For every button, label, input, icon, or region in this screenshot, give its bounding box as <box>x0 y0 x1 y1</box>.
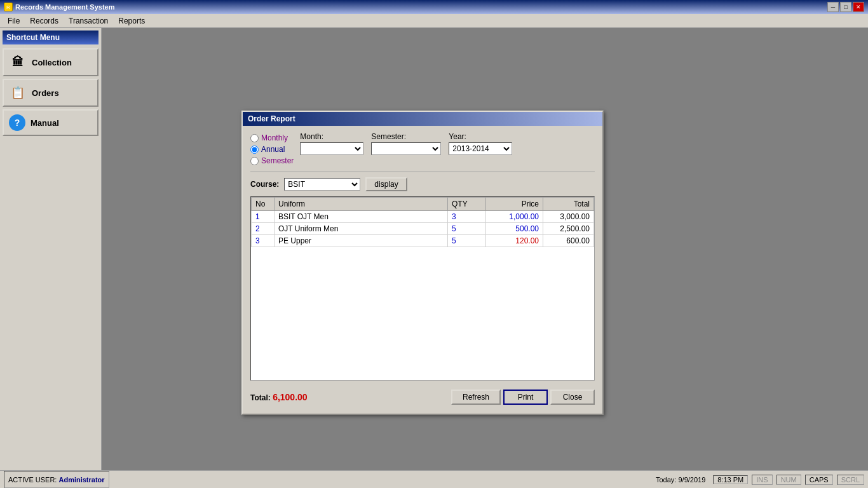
sidebar-orders-label: Orders <box>32 88 59 98</box>
cell-total: 3,000.00 <box>543 211 594 223</box>
cell-price: 120.00 <box>486 235 543 247</box>
course-label: Course: <box>250 180 279 189</box>
col-qty: QTY <box>448 198 486 211</box>
col-uniform: Uniform <box>275 198 448 211</box>
minimize-button[interactable]: ─ <box>827 2 839 12</box>
app-icon: R <box>4 3 13 11</box>
sidebar-manual-button[interactable]: ? Manual <box>3 109 98 136</box>
cell-uniform: BSIT OJT Men <box>275 211 448 223</box>
cell-uniform: PE Upper <box>275 235 448 247</box>
cell-total: 600.00 <box>543 235 594 247</box>
report-table-body: 1BSIT OJT Men31,000.003,000.002OJT Unifo… <box>252 211 594 247</box>
titlebar-title: Records Management System <box>15 3 115 11</box>
month-label: Month: <box>300 132 363 141</box>
sidebar-orders-button[interactable]: 📋 Orders <box>3 79 98 107</box>
orders-icon: 📋 <box>9 84 27 102</box>
course-row: Course: BSIT BSCS BSIS display <box>250 177 595 191</box>
col-price: Price <box>486 198 543 211</box>
col-total: Total <box>543 198 594 211</box>
semester-dropdown-label: Semester: <box>371 132 441 141</box>
dialog-body: Monthly Annual Semester Mon <box>243 126 602 414</box>
semester-radio[interactable] <box>250 157 259 165</box>
annual-radio-label[interactable]: Annual <box>250 145 294 154</box>
menu-transaction[interactable]: Transaction <box>64 15 113 27</box>
year-label: Year: <box>449 132 512 141</box>
order-report-dialog: Order Report Monthly Annual <box>241 111 604 415</box>
report-table-container: No Uniform QTY Price Total 1BSIT OJT Men… <box>250 196 595 381</box>
table-row: 3PE Upper5120.00600.00 <box>252 235 594 247</box>
dropdowns-row: Month: Semester: Year: <box>300 132 512 155</box>
annual-radio[interactable] <box>250 146 259 154</box>
sidebar-collection-label: Collection <box>32 58 72 67</box>
semester-select[interactable] <box>371 142 441 155</box>
table-row: 2OJT Uniform Men5500.002,500.00 <box>252 223 594 235</box>
today-value: 9/9/2019 <box>678 476 705 484</box>
titlebar-left: R Records Management System <box>4 3 115 11</box>
active-user-section: ACTIVE USER: Administrator <box>4 471 109 488</box>
caps-indicator: CAPS <box>805 475 833 485</box>
close-button-dialog[interactable]: Close <box>550 390 595 405</box>
display-button[interactable]: display <box>365 177 407 191</box>
cell-no: 2 <box>252 223 275 235</box>
semester-label: Semester <box>261 156 294 165</box>
scrl-indicator: SCRL <box>837 475 864 485</box>
menu-records[interactable]: Records <box>25 15 64 27</box>
year-dropdown-group: Year: 2013-2014 2014-2015 2015-2016 <box>449 132 512 155</box>
statusbar-right: Today: 9/9/2019 8:13 PM INS NUM CAPS SCR… <box>652 475 864 485</box>
dialog-title: Order Report <box>248 114 295 123</box>
monthly-radio[interactable] <box>250 134 259 142</box>
num-indicator: NUM <box>776 475 801 485</box>
total-row: Total: 6,100.00 <box>250 392 308 402</box>
titlebar-controls[interactable]: ─ □ ✕ <box>827 2 864 12</box>
maximize-button[interactable]: □ <box>840 2 851 12</box>
main-layout: Shortcut Menu 🏛 Collection 📋 Orders ? Ma… <box>0 28 868 470</box>
dialog-titlebar: Order Report <box>243 112 602 126</box>
menu-file[interactable]: File <box>3 15 25 27</box>
print-button[interactable]: Print <box>503 390 548 405</box>
filter-divider <box>250 172 595 172</box>
monthly-radio-label[interactable]: Monthly <box>250 133 294 142</box>
cell-price: 1,000.00 <box>486 211 543 223</box>
cell-total: 2,500.00 <box>543 223 594 235</box>
month-dropdown-group: Month: <box>300 132 363 155</box>
menu-reports[interactable]: Reports <box>113 15 150 27</box>
cell-uniform: OJT Uniform Men <box>275 223 448 235</box>
total-footer: Total: 6,100.00 Refresh Print Close <box>250 387 595 407</box>
menubar: File Records Transaction Reports <box>0 14 868 28</box>
cell-no: 3 <box>252 235 275 247</box>
cell-qty: 5 <box>448 235 486 247</box>
manual-icon: ? <box>9 114 25 131</box>
footer-buttons: Refresh Print Close <box>451 390 595 405</box>
today-section: Today: 9/9/2019 <box>652 476 709 484</box>
cell-qty: 3 <box>448 211 486 223</box>
cell-no: 1 <box>252 211 275 223</box>
cell-price: 500.00 <box>486 223 543 235</box>
active-user-value: Administrator <box>58 476 104 484</box>
sidebar-manual-label: Manual <box>31 118 59 128</box>
semester-dropdown-group: Semester: <box>371 132 441 155</box>
radio-group: Monthly Annual Semester <box>250 132 294 165</box>
sidebar-collection-button[interactable]: 🏛 Collection <box>3 48 98 76</box>
time-value: 8:13 PM <box>717 476 743 484</box>
statusbar: ACTIVE USER: Administrator Today: 9/9/20… <box>0 470 868 488</box>
col-no: No <box>252 198 275 211</box>
collection-icon: 🏛 <box>9 53 27 71</box>
annual-label: Annual <box>261 145 285 154</box>
report-table: No Uniform QTY Price Total 1BSIT OJT Men… <box>251 197 594 247</box>
filter-row: Monthly Annual Semester Mon <box>250 132 595 165</box>
content-area: Order Report Monthly Annual <box>102 28 868 470</box>
active-user-label: ACTIVE USER: <box>8 476 57 484</box>
refresh-button[interactable]: Refresh <box>451 390 501 405</box>
course-select[interactable]: BSIT BSCS BSIS <box>284 178 360 191</box>
close-button[interactable]: ✕ <box>853 2 864 12</box>
month-select[interactable] <box>300 142 363 155</box>
year-select[interactable]: 2013-2014 2014-2015 2015-2016 <box>449 142 512 155</box>
ins-indicator: INS <box>752 475 772 485</box>
time-section: 8:13 PM <box>713 475 748 484</box>
today-label: Today: <box>656 476 676 484</box>
titlebar: R Records Management System ─ □ ✕ <box>0 0 868 14</box>
cell-qty: 5 <box>448 223 486 235</box>
semester-radio-label[interactable]: Semester <box>250 156 294 165</box>
table-row: 1BSIT OJT Men31,000.003,000.00 <box>252 211 594 223</box>
sidebar-title: Shortcut Menu <box>3 30 98 44</box>
